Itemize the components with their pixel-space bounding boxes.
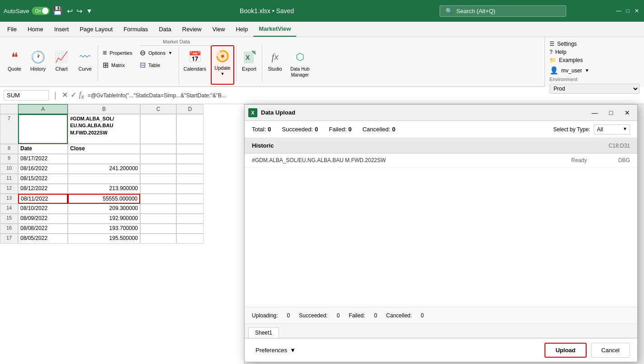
name-box[interactable] — [4, 90, 49, 101]
cell-11d[interactable] — [176, 174, 204, 184]
table-row[interactable]: #GDM.ALBA_SOL/EU.NG.ALBA.BAU M.FWD.2022S… — [245, 153, 637, 168]
menu-formulas[interactable]: Formulas — [118, 22, 153, 37]
autosave-toggle[interactable]: On — [32, 7, 50, 15]
menu-home[interactable]: Home — [22, 22, 49, 37]
cell-10c[interactable] — [140, 164, 176, 174]
export-button[interactable]: X Export — [238, 47, 260, 85]
redo-icon[interactable]: ↪ — [76, 7, 82, 15]
dialog-close-button[interactable]: ✕ — [621, 106, 634, 119]
cell-14b[interactable]: 209.300000 — [68, 204, 140, 214]
cell-15b[interactable]: 192.900000 — [68, 214, 140, 224]
cell-7d[interactable] — [176, 114, 204, 144]
cell-7c[interactable] — [140, 114, 176, 144]
col-header-a[interactable]: A — [18, 104, 68, 114]
cell-12a[interactable]: 08/12/2022 — [18, 184, 68, 194]
menu-file[interactable]: File — [2, 22, 22, 37]
minimize-button[interactable]: — — [615, 7, 622, 14]
cell-17d[interactable] — [176, 234, 204, 244]
cell-10b[interactable]: 241.200000 — [68, 164, 140, 174]
undo-icon[interactable]: ↩ — [67, 7, 73, 15]
cell-9b[interactable] — [68, 154, 140, 164]
menu-view[interactable]: View — [207, 22, 230, 37]
maximize-button[interactable]: □ — [624, 7, 631, 14]
cancel-formula-icon[interactable]: ✕ — [62, 91, 68, 100]
menu-page-layout[interactable]: Page Layout — [74, 22, 118, 37]
update-button[interactable]: Update ▼ — [211, 45, 234, 85]
col-header-d[interactable]: D — [176, 104, 204, 114]
cell-8d[interactable] — [176, 144, 204, 154]
cell-8c[interactable] — [140, 144, 176, 154]
calendars-button[interactable]: 📅 Calendars — [181, 47, 209, 85]
cell-17a[interactable]: 08/05/2022 — [18, 234, 68, 244]
cell-12d[interactable] — [176, 184, 204, 194]
cell-17b[interactable]: 195.500000 — [68, 234, 140, 244]
chart-button[interactable]: 📈 Chart — [51, 47, 72, 85]
cell-16c[interactable] — [140, 224, 176, 234]
menu-data[interactable]: Data — [153, 22, 176, 37]
cell-12b[interactable]: 213.900000 — [68, 184, 140, 194]
quote-button[interactable]: ❝ Quote — [4, 47, 25, 85]
preferences-button[interactable]: Preferences ▼ — [252, 344, 299, 356]
cell-14d[interactable] — [176, 204, 204, 214]
properties-button[interactable]: ≡ Properties — [100, 47, 136, 58]
succeeded-stat: Succeeded: 0 — [282, 126, 318, 133]
options-button[interactable]: ⊖ Options ▼ — [137, 47, 175, 58]
row-num-10: 10 — [0, 164, 18, 174]
cell-13c[interactable] — [140, 194, 176, 204]
environment-select[interactable]: Prod Dev Test — [549, 84, 639, 94]
upload-button[interactable]: Upload — [545, 343, 586, 358]
cell-9a[interactable]: 08/17/2022 — [18, 154, 68, 164]
menu-insert[interactable]: Insert — [49, 22, 75, 37]
cell-16b[interactable]: 193.700000 — [68, 224, 140, 234]
matrix-button[interactable]: ⊞ Matrix — [100, 59, 136, 71]
cell-8b[interactable]: Close — [68, 144, 140, 154]
dialog-maximize-button[interactable]: □ — [605, 106, 617, 119]
close-button[interactable]: ✕ — [633, 7, 640, 14]
cell-14a[interactable]: 08/10/2022 — [18, 204, 68, 214]
cell-7b[interactable]: #GDM.ALBA_SOL/EU.NG.ALBA.BAUM.FWD.2022SW — [68, 114, 140, 144]
history-button[interactable]: 🕐 History — [27, 47, 49, 85]
menu-help[interactable]: Help — [230, 22, 253, 37]
table-button[interactable]: ⊟ Table — [137, 59, 169, 71]
select-by-type-dropdown[interactable]: All — [594, 125, 630, 134]
cell-10d[interactable] — [176, 164, 204, 174]
examples-item[interactable]: 📁 Examples — [549, 57, 639, 63]
cancel-button[interactable]: Cancel — [591, 343, 630, 358]
cell-15d[interactable] — [176, 214, 204, 224]
cell-11a[interactable]: 08/15/2022 — [18, 174, 68, 184]
cell-15a[interactable]: 08/09/2022 — [18, 214, 68, 224]
col-header-b[interactable]: B — [68, 104, 140, 114]
cell-10a[interactable]: 08/16/2022 — [18, 164, 68, 174]
curve-button[interactable]: 〰 Curve — [74, 47, 96, 85]
cell-12c[interactable] — [140, 184, 176, 194]
settings-item[interactable]: ☰ Settings — [549, 41, 639, 47]
more-icon[interactable]: ▼ — [86, 7, 92, 14]
cell-9c[interactable] — [140, 154, 176, 164]
cell-11c[interactable] — [140, 174, 176, 184]
cell-17c[interactable] — [140, 234, 176, 244]
menu-marketview[interactable]: MarketView — [253, 22, 296, 37]
cell-11b[interactable] — [68, 174, 140, 184]
cell-13a[interactable]: 08/11/2022 — [18, 194, 68, 204]
cell-14c[interactable] — [140, 204, 176, 214]
dialog-minimize-button[interactable]: — — [588, 106, 601, 119]
cell-7a[interactable] — [18, 114, 68, 144]
cell-8a[interactable]: Date — [18, 144, 68, 154]
cell-13d[interactable] — [176, 194, 204, 204]
help-item[interactable]: ? Help — [549, 49, 639, 55]
save-icon[interactable]: 💾 — [52, 6, 62, 16]
cell-16a[interactable]: 08/08/2022 — [18, 224, 68, 234]
datahub-button[interactable]: ⬡ Data HubManager — [288, 47, 312, 85]
confirm-formula-icon[interactable]: ✓ — [71, 91, 76, 100]
insert-function-icon[interactable]: fx — [79, 91, 84, 100]
menu-review[interactable]: Review — [177, 22, 207, 37]
cell-13b[interactable]: 55555.000000 — [68, 194, 140, 204]
sheet-tab-sheet1[interactable]: Sheet1 — [248, 327, 279, 338]
cell-15c[interactable] — [140, 214, 176, 224]
dialog-table-header: Historic C18:D31 — [245, 138, 637, 153]
cell-9d[interactable] — [176, 154, 204, 164]
search-bar[interactable]: 🔍 Search (Alt+Q) — [440, 5, 566, 17]
col-header-c[interactable]: C — [140, 104, 176, 114]
studio-button[interactable]: fx Studio — [264, 47, 286, 85]
cell-16d[interactable] — [176, 224, 204, 234]
